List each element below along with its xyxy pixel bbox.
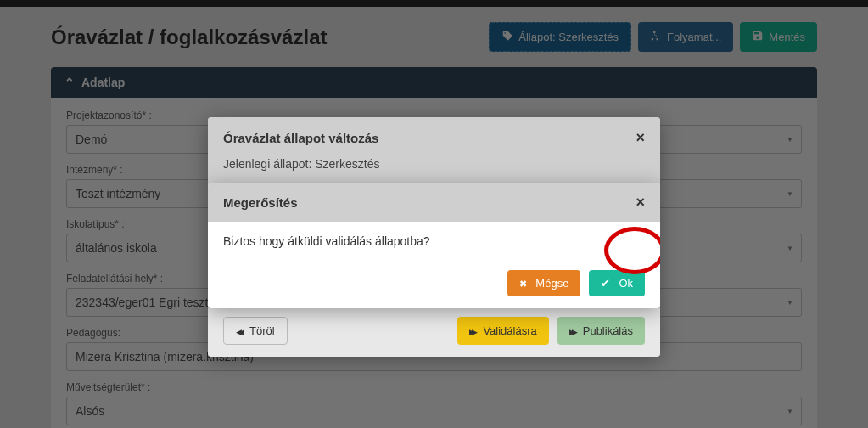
status-label: Állapot: Szerkesztés <box>518 31 619 43</box>
state-dialog-title: Óravázlat állapot változás <box>223 131 378 145</box>
undo-button[interactable]: Töröl <box>223 317 288 345</box>
tag-icon <box>501 30 513 44</box>
status-badge[interactable]: Állapot: Szerkesztés <box>489 22 631 52</box>
save-label: Mentés <box>769 31 805 43</box>
save-icon <box>752 30 764 44</box>
check-icon <box>601 277 613 290</box>
literacy-label: Műveltségterület* : <box>66 381 802 393</box>
state-change-dialog: Óravázlat állapot változás × Jelenlegi á… <box>208 117 660 357</box>
x-icon <box>519 277 530 290</box>
panel-header[interactable]: Adatlap <box>51 67 817 98</box>
flow-icon <box>650 30 662 44</box>
forward-icon <box>469 324 478 337</box>
save-button[interactable]: Mentés <box>740 22 817 52</box>
forward-icon <box>569 324 578 337</box>
process-label: Folyamat... <box>667 31 721 43</box>
header-actions: Állapot: Szerkesztés Folyamat... Mentés <box>489 22 817 52</box>
close-icon[interactable]: × <box>636 129 645 147</box>
confirm-dialog-title: Megerősítés <box>223 195 298 210</box>
publish-button[interactable]: Publikálás <box>557 317 645 345</box>
process-button[interactable]: Folyamat... <box>638 22 733 52</box>
confirm-dialog-body: Biztos hogy átküldi validálás állapotba? <box>208 222 660 263</box>
confirm-dialog: Megerősítés × Biztos hogy átküldi validá… <box>208 183 660 308</box>
validate-button[interactable]: Validálásra <box>457 317 548 345</box>
chevron-up-icon <box>64 76 75 89</box>
close-icon[interactable]: × <box>636 194 645 211</box>
state-dialog-subtitle: Jelenlegi állapot: Szerkesztés <box>208 154 660 183</box>
page-title: Óravázlat / foglalkozásvázlat <box>51 25 327 49</box>
page-header: Óravázlat / foglalkozásvázlat Állapot: S… <box>51 22 817 52</box>
literacy-select[interactable]: Alsós <box>66 397 802 425</box>
cancel-button[interactable]: Mégse <box>507 270 580 296</box>
ok-button[interactable]: Ok <box>589 270 645 296</box>
panel-title: Adatlap <box>81 76 125 89</box>
rewind-icon <box>236 324 244 337</box>
